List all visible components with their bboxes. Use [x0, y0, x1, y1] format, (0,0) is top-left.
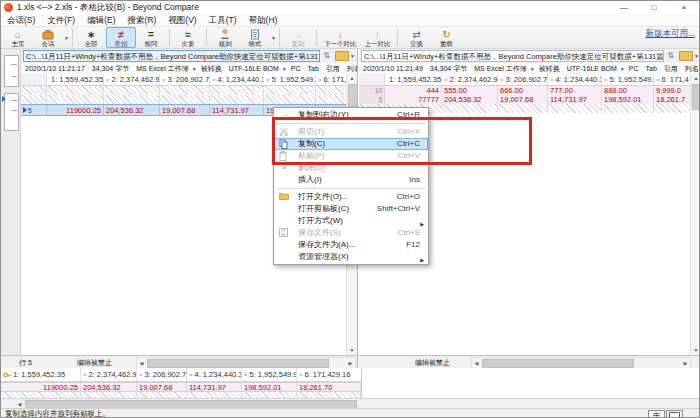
right-row-5[interactable]: 5 77777 204,536.32 19,007.68 114,731.97 …	[359, 95, 691, 104]
cell[interactable]: 204,536.32	[442, 95, 498, 104]
cell[interactable]: 888.00	[602, 86, 654, 95]
right-row-10[interactable]: 10 444 555.00 666.00 777.00 888.00 9,999…	[359, 86, 691, 95]
menu-item-insert[interactable]: 插入(I) Ins	[274, 174, 428, 186]
minimize-button[interactable]: —	[609, 1, 639, 14]
detail-row[interactable]: 119000.25 204,536.32 19,007.68 114,731.9…	[1, 382, 361, 392]
menu-item-paste[interactable]: 粘贴(P) Ctrl+V	[274, 150, 428, 162]
cell[interactable]: 777.00	[548, 86, 602, 95]
menu-help[interactable]: 帮助(H)	[243, 14, 284, 27]
cell[interactable]: 114,731.97	[548, 95, 602, 104]
cell[interactable]: 19,007.68	[498, 95, 548, 104]
right-column-header-5[interactable]: =5: 1,952,549.96	[602, 74, 654, 85]
ime-indicator[interactable]: 中	[648, 410, 665, 418]
minor-button[interactable]: ≈ 次要	[173, 27, 203, 48]
menu-item-copy[interactable]: 复制(C) Ctrl+C	[274, 138, 428, 150]
cell[interactable]: 198,592.01	[602, 95, 654, 104]
detail-column-header-1[interactable]: 1: 1,559,452.35	[1, 368, 81, 381]
scroll-right-icon[interactable]: ▶	[681, 358, 690, 368]
left-column-header-1[interactable]: 1: 1,559,452.35	[47, 74, 104, 85]
overview-thumbnail-strip[interactable]	[1, 49, 21, 355]
left-file-minimap[interactable]	[4, 55, 19, 87]
cell[interactable]: 77777	[385, 95, 442, 104]
right-column-header-3[interactable]: =3: 206,902.75	[498, 74, 548, 85]
cell[interactable]: 198,592.01	[242, 382, 297, 392]
cell[interactable]: 9,999.0	[654, 86, 691, 95]
show-same-button[interactable]: = 相同	[136, 27, 166, 48]
right-browse-caret[interactable]: ▼	[694, 53, 699, 59]
right-column-header-4[interactable]: =4: 1,234,440.31	[548, 74, 602, 85]
rules-button[interactable]: 规则	[210, 27, 240, 48]
swap-button[interactable]: ⇄ 交换	[401, 27, 431, 48]
home-button[interactable]: ⌂ 主页	[3, 27, 33, 48]
left-browse-caret[interactable]: ▼	[350, 53, 355, 59]
menu-item-save-file[interactable]: 保存文件(S) Ctrl+S	[274, 227, 428, 239]
menu-file[interactable]: 文件(F)	[41, 14, 81, 27]
detail-horizontal-scrollbar[interactable]: ◀	[1, 398, 699, 408]
menu-search[interactable]: 搜索(R)	[122, 14, 163, 27]
scroll-up-icon[interactable]: ▲	[347, 74, 357, 83]
cell[interactable]: 666.00	[498, 86, 548, 95]
cell[interactable]: 444	[385, 86, 442, 95]
detail-column-header-3[interactable]: =3: 206,902.75	[137, 368, 187, 381]
menu-item-explorer[interactable]: 资源管理器(X) ▶	[274, 251, 428, 263]
left-column-header-3[interactable]: =3: 206,902.75	[160, 74, 210, 85]
detail-column-header-5[interactable]: =5: 1,952,549.96	[242, 368, 297, 381]
show-differences-button[interactable]: ≠ 差别	[106, 27, 136, 48]
left-path-input[interactable]: C:\...\1月11日+Windy+检查数据不用愁，Beyond Compar…	[23, 50, 320, 62]
cell[interactable]: 18,261.70	[297, 382, 361, 392]
maximize-button[interactable]: □	[639, 1, 669, 14]
scroll-left-icon[interactable]: ◀	[472, 358, 481, 368]
scroll-up-icon[interactable]: ▲	[691, 74, 700, 83]
right-column-header-6[interactable]: =6: 171,4	[654, 74, 691, 85]
detail-column-header-6[interactable]: =6: 171,429.16	[297, 368, 361, 381]
corner-cell[interactable]	[359, 74, 385, 85]
right-file-minimap[interactable]	[4, 93, 19, 131]
right-row-gutter[interactable]: 10	[359, 86, 385, 95]
right-swap-icon[interactable]: ⇅	[664, 50, 677, 62]
format-dropdown-caret[interactable]: ▼	[271, 35, 276, 41]
cell[interactable]: 114,731.97	[187, 382, 242, 392]
menu-item-open-clipboard[interactable]: 打开剪贴板(C) Shift+Ctrl+V	[274, 203, 428, 215]
left-column-header-6[interactable]: =6: 171,4	[316, 74, 347, 85]
left-row-gutter[interactable]: 5	[21, 105, 47, 115]
sessions-button[interactable]: 会话	[33, 27, 63, 48]
cell[interactable]: 19,007.68	[137, 382, 187, 392]
cell[interactable]: 555.00	[442, 86, 498, 95]
copy-to-side-button[interactable]: → 复制	[283, 27, 313, 48]
sessions-dropdown-caret[interactable]: ▼	[64, 35, 69, 41]
scroll-down-icon[interactable]: ▼	[691, 346, 700, 355]
cell[interactable]: 204,536.32	[81, 382, 137, 392]
left-column-header-2[interactable]: =2: 2,374,462.98	[104, 74, 160, 85]
left-format[interactable]: MS Excel 工作簿	[136, 64, 189, 74]
menu-session[interactable]: 会话(S)	[1, 14, 41, 27]
cell[interactable]: 119000.25	[47, 105, 104, 115]
scroll-down-icon[interactable]: ▼	[347, 346, 357, 355]
right-browse-folder-icon[interactable]	[679, 51, 693, 61]
detail-column-header-2[interactable]: =2: 2,374,462.98	[81, 368, 137, 381]
next-difference-button[interactable]: ↓ 下一个对比	[320, 27, 361, 48]
right-row-gutter[interactable]: 5	[359, 95, 385, 104]
cell[interactable]: 114,731.97	[210, 105, 264, 115]
cell[interactable]: 19,007.68	[160, 105, 210, 115]
menu-edit[interactable]: 编辑(E)	[81, 14, 121, 27]
new-version-link[interactable]: 新版本可用...	[645, 28, 695, 40]
detail-column-header-4[interactable]: =4: 1,234,440.31	[187, 368, 242, 381]
menu-item-open-file[interactable]: 打开文件(O)... Ctrl+O	[274, 191, 428, 203]
cell[interactable]: 204,536.32	[104, 105, 160, 115]
right-format[interactable]: MS Excel 工作簿	[474, 64, 527, 74]
menu-tools[interactable]: 工具(T)	[203, 14, 243, 27]
left-swap-icon[interactable]: ⇅	[320, 50, 333, 62]
left-column-header-4[interactable]: =4: 1,234,440.31	[210, 74, 264, 85]
keyboard-indicator[interactable]	[666, 410, 683, 418]
close-button[interactable]: ×	[669, 1, 699, 14]
menu-item-copy-to-right[interactable]: → 复制到右边(Y) Ctrl+R	[274, 109, 428, 121]
right-encoding[interactable]: UTF-16LE BOM	[567, 65, 617, 72]
left-encoding[interactable]: UTF-16LE BOM	[229, 65, 279, 72]
prev-difference-button[interactable]: ↑ 上一对比	[360, 27, 394, 48]
format-button[interactable]: 格式	[240, 27, 270, 48]
scroll-right-icon[interactable]: ▶	[346, 358, 355, 368]
cell[interactable]: 18,261.7	[654, 95, 691, 104]
corner-cell[interactable]	[21, 74, 47, 85]
menu-item-delete[interactable]: × 删除(D)	[274, 162, 428, 174]
scroll-left-icon[interactable]: ◀	[137, 358, 146, 368]
